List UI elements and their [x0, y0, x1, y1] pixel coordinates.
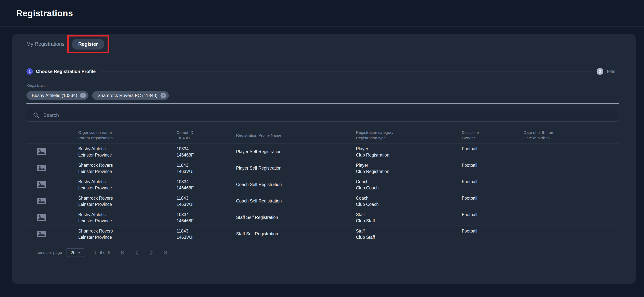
last-page-icon: [162, 250, 168, 256]
discipline-cell: Football: [462, 209, 524, 226]
table-row[interactable]: Bushy AthleticLeinster Province103341464…: [26, 176, 620, 193]
last-page-button[interactable]: [161, 249, 169, 256]
search-icon: [33, 112, 39, 118]
table-row[interactable]: Shamrock RoversLeinster Province11843146…: [26, 226, 620, 242]
column-header: Date of birth fromDate of birth to: [524, 130, 620, 141]
tab-register[interactable]: Register: [72, 39, 104, 50]
page-range-label: 1 - 6 of 6: [94, 250, 110, 255]
comet-id-cell: 10334146468F: [176, 209, 236, 226]
first-page-icon: [120, 250, 126, 256]
image-placeholder-icon: [37, 148, 46, 155]
profile-name-cell: Coach Self Registration: [236, 193, 356, 209]
image-placeholder-icon: [37, 214, 46, 220]
dob-cell: [524, 144, 620, 160]
comet-id-cell: 118431463VUI: [176, 193, 236, 209]
search-field[interactable]: [27, 109, 619, 122]
column-header: DisciplineGender: [462, 130, 524, 141]
annotation-highlight-box: Register: [67, 35, 109, 53]
organization-chip[interactable]: Bushy Athletic (10334) ✕: [26, 91, 88, 100]
profile-name-cell: Staff Self Registration: [236, 209, 356, 226]
category-cell: PlayerClub Registration: [356, 144, 462, 160]
column-header: Comet IDFIFA ID: [176, 130, 236, 141]
search-input[interactable]: [43, 112, 619, 118]
items-per-page-value: 25: [71, 250, 76, 255]
organization-chips: Bushy Athletic (10334) ✕ Shamrock Rovers…: [26, 91, 169, 100]
stepper: 1 Choose Registration Profile 2 Total: [26, 67, 615, 76]
column-header: Registration categoryRegistration type: [356, 130, 462, 141]
category-cell: StaffClub Staff: [356, 209, 462, 226]
chip-label: Bushy Athletic (10334): [32, 93, 77, 98]
step-1-label: Choose Registration Profile: [36, 69, 96, 74]
organization-cell: Shamrock RoversLeinster Province: [78, 160, 176, 176]
organization-cell: Bushy AthleticLeinster Province: [78, 176, 176, 193]
organization-cell: Shamrock RoversLeinster Province: [78, 226, 176, 242]
profile-name-cell: Player Self Registration: [236, 144, 356, 160]
category-cell: CoachClub Coach: [356, 176, 462, 193]
step-1-badge: 1: [26, 68, 33, 75]
column-header-spacer: [26, 130, 78, 141]
row-image-cell: [26, 209, 78, 226]
row-image-cell: [26, 193, 78, 209]
next-page-button[interactable]: [147, 249, 155, 256]
dob-cell: [524, 226, 620, 242]
comet-id-cell: 10334146468F: [176, 144, 236, 160]
category-cell: StaffClub Staff: [356, 226, 462, 242]
paginator: Items per page 25 1 - 6 of 6: [36, 248, 169, 257]
discipline-cell: Football: [462, 160, 524, 176]
comet-id-cell: 118431463VUI: [176, 226, 236, 242]
tab-my-registrations[interactable]: My Registrations: [26, 41, 64, 47]
comet-id-cell: 10334146468F: [176, 176, 236, 193]
organization-chip[interactable]: Shamrock Rovers FC (11843) ✕: [92, 91, 169, 100]
column-header: Organization nameParent organisation: [78, 130, 176, 141]
row-image-cell: [26, 176, 78, 193]
previous-page-button[interactable]: [133, 249, 141, 256]
row-image-cell: [26, 226, 78, 242]
image-placeholder-icon: [37, 181, 46, 188]
image-placeholder-icon: [37, 198, 46, 204]
tab-bar: My Registrations Register: [12, 34, 636, 55]
organization-cell: Bushy AthleticLeinster Province: [78, 144, 176, 160]
table-row[interactable]: Shamrock RoversLeinster Province11843146…: [26, 193, 620, 209]
remove-chip-icon[interactable]: ✕: [160, 93, 166, 98]
items-per-page-label: Items per page: [36, 250, 62, 255]
table-row[interactable]: Bushy AthleticLeinster Province103341464…: [26, 209, 620, 226]
organization-field-label: Organization: [27, 84, 48, 88]
first-page-button[interactable]: [119, 249, 127, 256]
page-nav: [119, 249, 169, 256]
category-cell: CoachClub Coach: [356, 193, 462, 209]
chip-label: Shamrock Rovers FC (11843): [98, 93, 158, 98]
table-row[interactable]: Shamrock RoversLeinster Province11843146…: [26, 160, 620, 176]
organization-cell: Shamrock RoversLeinster Province: [78, 193, 176, 209]
table-body: Bushy AthleticLeinster Province103341464…: [26, 144, 620, 242]
registrations-card: My Registrations Register 1 Choose Regis…: [12, 34, 636, 284]
page-title: Registrations: [16, 8, 73, 18]
table-row[interactable]: Bushy AthleticLeinster Province103341464…: [26, 144, 620, 160]
chevron-down-icon: [78, 252, 81, 254]
discipline-cell: Football: [462, 176, 524, 193]
profile-name-cell: Staff Self Registration: [236, 226, 356, 242]
dob-cell: [524, 176, 620, 193]
row-image-cell: [26, 144, 78, 160]
chevron-right-icon: [148, 250, 154, 256]
dob-cell: [524, 209, 620, 226]
category-cell: PlayerClub Registration: [356, 160, 462, 176]
organization-cell: Bushy AthleticLeinster Province: [78, 209, 176, 226]
remove-chip-icon[interactable]: ✕: [80, 93, 86, 98]
step-connector-line: [101, 72, 592, 72]
items-per-page-select[interactable]: 25: [66, 248, 84, 257]
registration-profiles-table: Organization nameParent organisationCome…: [26, 130, 620, 242]
step-2-label: Total: [606, 69, 615, 74]
image-placeholder-icon: [37, 231, 46, 237]
discipline-cell: Football: [462, 193, 524, 209]
table-header-row: Organization nameParent organisationCome…: [26, 130, 620, 144]
column-header: Registration Profile Name: [236, 130, 356, 141]
discipline-cell: Football: [462, 226, 524, 242]
profile-name-cell: Coach Self Registration: [236, 176, 356, 193]
chevron-left-icon: [134, 250, 140, 256]
image-placeholder-icon: [37, 165, 46, 171]
row-image-cell: [26, 160, 78, 176]
app-header: Registrations: [0, 0, 644, 27]
profile-name-cell: Player Self Registration: [236, 160, 356, 176]
dob-cell: [524, 193, 620, 209]
step-2-badge: 2: [596, 68, 603, 75]
